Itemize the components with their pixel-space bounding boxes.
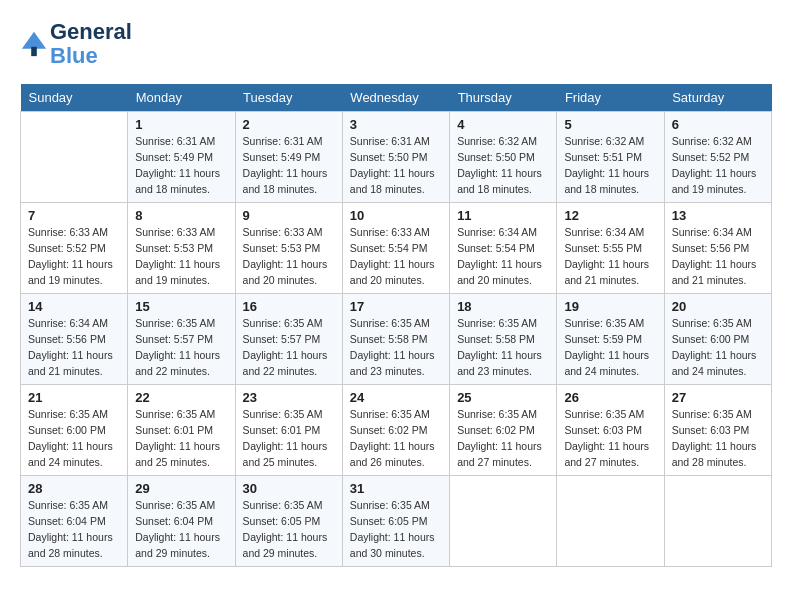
day-number: 2 bbox=[243, 117, 335, 132]
day-info: Sunrise: 6:32 AM Sunset: 5:50 PM Dayligh… bbox=[457, 134, 549, 197]
day-info: Sunrise: 6:35 AM Sunset: 5:57 PM Dayligh… bbox=[135, 316, 227, 379]
calendar-cell: 19Sunrise: 6:35 AM Sunset: 5:59 PM Dayli… bbox=[557, 294, 664, 385]
calendar-cell: 5Sunrise: 6:32 AM Sunset: 5:51 PM Daylig… bbox=[557, 112, 664, 203]
day-number: 11 bbox=[457, 208, 549, 223]
day-info: Sunrise: 6:32 AM Sunset: 5:51 PM Dayligh… bbox=[564, 134, 656, 197]
calendar-cell: 13Sunrise: 6:34 AM Sunset: 5:56 PM Dayli… bbox=[664, 203, 771, 294]
calendar-week-3: 14Sunrise: 6:34 AM Sunset: 5:56 PM Dayli… bbox=[21, 294, 772, 385]
calendar-cell: 30Sunrise: 6:35 AM Sunset: 6:05 PM Dayli… bbox=[235, 476, 342, 567]
page-header: General Blue bbox=[20, 20, 772, 68]
calendar-cell: 26Sunrise: 6:35 AM Sunset: 6:03 PM Dayli… bbox=[557, 385, 664, 476]
calendar-cell: 29Sunrise: 6:35 AM Sunset: 6:04 PM Dayli… bbox=[128, 476, 235, 567]
day-info: Sunrise: 6:35 AM Sunset: 6:03 PM Dayligh… bbox=[564, 407, 656, 470]
weekday-header-tuesday: Tuesday bbox=[235, 84, 342, 112]
calendar-cell: 21Sunrise: 6:35 AM Sunset: 6:00 PM Dayli… bbox=[21, 385, 128, 476]
day-number: 26 bbox=[564, 390, 656, 405]
calendar-cell bbox=[21, 112, 128, 203]
day-number: 30 bbox=[243, 481, 335, 496]
svg-marker-0 bbox=[22, 32, 46, 49]
day-info: Sunrise: 6:35 AM Sunset: 6:05 PM Dayligh… bbox=[350, 498, 442, 561]
day-info: Sunrise: 6:35 AM Sunset: 6:01 PM Dayligh… bbox=[135, 407, 227, 470]
day-number: 25 bbox=[457, 390, 549, 405]
calendar-cell: 9Sunrise: 6:33 AM Sunset: 5:53 PM Daylig… bbox=[235, 203, 342, 294]
day-info: Sunrise: 6:35 AM Sunset: 6:02 PM Dayligh… bbox=[457, 407, 549, 470]
calendar-body: 1Sunrise: 6:31 AM Sunset: 5:49 PM Daylig… bbox=[21, 112, 772, 567]
day-info: Sunrise: 6:33 AM Sunset: 5:53 PM Dayligh… bbox=[135, 225, 227, 288]
day-info: Sunrise: 6:31 AM Sunset: 5:50 PM Dayligh… bbox=[350, 134, 442, 197]
calendar-cell: 27Sunrise: 6:35 AM Sunset: 6:03 PM Dayli… bbox=[664, 385, 771, 476]
day-number: 19 bbox=[564, 299, 656, 314]
calendar-cell: 4Sunrise: 6:32 AM Sunset: 5:50 PM Daylig… bbox=[450, 112, 557, 203]
day-number: 10 bbox=[350, 208, 442, 223]
day-number: 5 bbox=[564, 117, 656, 132]
calendar-cell: 3Sunrise: 6:31 AM Sunset: 5:50 PM Daylig… bbox=[342, 112, 449, 203]
calendar-cell: 17Sunrise: 6:35 AM Sunset: 5:58 PM Dayli… bbox=[342, 294, 449, 385]
day-info: Sunrise: 6:34 AM Sunset: 5:55 PM Dayligh… bbox=[564, 225, 656, 288]
calendar-cell: 14Sunrise: 6:34 AM Sunset: 5:56 PM Dayli… bbox=[21, 294, 128, 385]
calendar-cell bbox=[557, 476, 664, 567]
weekday-header-thursday: Thursday bbox=[450, 84, 557, 112]
day-info: Sunrise: 6:35 AM Sunset: 6:02 PM Dayligh… bbox=[350, 407, 442, 470]
calendar-cell: 1Sunrise: 6:31 AM Sunset: 5:49 PM Daylig… bbox=[128, 112, 235, 203]
calendar-cell bbox=[450, 476, 557, 567]
day-info: Sunrise: 6:35 AM Sunset: 6:05 PM Dayligh… bbox=[243, 498, 335, 561]
day-info: Sunrise: 6:33 AM Sunset: 5:52 PM Dayligh… bbox=[28, 225, 120, 288]
day-number: 1 bbox=[135, 117, 227, 132]
day-info: Sunrise: 6:35 AM Sunset: 5:57 PM Dayligh… bbox=[243, 316, 335, 379]
day-number: 28 bbox=[28, 481, 120, 496]
calendar-cell: 15Sunrise: 6:35 AM Sunset: 5:57 PM Dayli… bbox=[128, 294, 235, 385]
day-info: Sunrise: 6:35 AM Sunset: 6:04 PM Dayligh… bbox=[28, 498, 120, 561]
logo: General Blue bbox=[20, 20, 132, 68]
day-info: Sunrise: 6:31 AM Sunset: 5:49 PM Dayligh… bbox=[243, 134, 335, 197]
day-info: Sunrise: 6:34 AM Sunset: 5:54 PM Dayligh… bbox=[457, 225, 549, 288]
day-number: 8 bbox=[135, 208, 227, 223]
day-number: 7 bbox=[28, 208, 120, 223]
day-number: 22 bbox=[135, 390, 227, 405]
day-info: Sunrise: 6:33 AM Sunset: 5:54 PM Dayligh… bbox=[350, 225, 442, 288]
calendar-cell: 16Sunrise: 6:35 AM Sunset: 5:57 PM Dayli… bbox=[235, 294, 342, 385]
weekday-header-monday: Monday bbox=[128, 84, 235, 112]
day-number: 29 bbox=[135, 481, 227, 496]
calendar-cell: 24Sunrise: 6:35 AM Sunset: 6:02 PM Dayli… bbox=[342, 385, 449, 476]
svg-rect-1 bbox=[31, 47, 37, 56]
weekday-header-row: SundayMondayTuesdayWednesdayThursdayFrid… bbox=[21, 84, 772, 112]
calendar-cell: 12Sunrise: 6:34 AM Sunset: 5:55 PM Dayli… bbox=[557, 203, 664, 294]
weekday-header-wednesday: Wednesday bbox=[342, 84, 449, 112]
day-number: 3 bbox=[350, 117, 442, 132]
day-number: 24 bbox=[350, 390, 442, 405]
weekday-header-sunday: Sunday bbox=[21, 84, 128, 112]
day-number: 16 bbox=[243, 299, 335, 314]
weekday-header-saturday: Saturday bbox=[664, 84, 771, 112]
calendar-week-1: 1Sunrise: 6:31 AM Sunset: 5:49 PM Daylig… bbox=[21, 112, 772, 203]
calendar-table: SundayMondayTuesdayWednesdayThursdayFrid… bbox=[20, 84, 772, 567]
calendar-week-5: 28Sunrise: 6:35 AM Sunset: 6:04 PM Dayli… bbox=[21, 476, 772, 567]
day-info: Sunrise: 6:35 AM Sunset: 5:58 PM Dayligh… bbox=[457, 316, 549, 379]
day-info: Sunrise: 6:35 AM Sunset: 6:01 PM Dayligh… bbox=[243, 407, 335, 470]
day-number: 17 bbox=[350, 299, 442, 314]
day-info: Sunrise: 6:34 AM Sunset: 5:56 PM Dayligh… bbox=[672, 225, 764, 288]
calendar-cell: 23Sunrise: 6:35 AM Sunset: 6:01 PM Dayli… bbox=[235, 385, 342, 476]
day-info: Sunrise: 6:35 AM Sunset: 5:59 PM Dayligh… bbox=[564, 316, 656, 379]
day-info: Sunrise: 6:35 AM Sunset: 5:58 PM Dayligh… bbox=[350, 316, 442, 379]
logo-icon bbox=[20, 30, 48, 58]
calendar-cell: 20Sunrise: 6:35 AM Sunset: 6:00 PM Dayli… bbox=[664, 294, 771, 385]
day-info: Sunrise: 6:31 AM Sunset: 5:49 PM Dayligh… bbox=[135, 134, 227, 197]
day-number: 27 bbox=[672, 390, 764, 405]
day-info: Sunrise: 6:32 AM Sunset: 5:52 PM Dayligh… bbox=[672, 134, 764, 197]
calendar-cell: 10Sunrise: 6:33 AM Sunset: 5:54 PM Dayli… bbox=[342, 203, 449, 294]
day-number: 18 bbox=[457, 299, 549, 314]
day-number: 6 bbox=[672, 117, 764, 132]
calendar-header: SundayMondayTuesdayWednesdayThursdayFrid… bbox=[21, 84, 772, 112]
day-number: 23 bbox=[243, 390, 335, 405]
day-number: 15 bbox=[135, 299, 227, 314]
calendar-cell: 11Sunrise: 6:34 AM Sunset: 5:54 PM Dayli… bbox=[450, 203, 557, 294]
day-number: 31 bbox=[350, 481, 442, 496]
day-info: Sunrise: 6:35 AM Sunset: 6:00 PM Dayligh… bbox=[672, 316, 764, 379]
calendar-cell: 28Sunrise: 6:35 AM Sunset: 6:04 PM Dayli… bbox=[21, 476, 128, 567]
day-info: Sunrise: 6:35 AM Sunset: 6:00 PM Dayligh… bbox=[28, 407, 120, 470]
calendar-cell bbox=[664, 476, 771, 567]
calendar-cell: 22Sunrise: 6:35 AM Sunset: 6:01 PM Dayli… bbox=[128, 385, 235, 476]
calendar-cell: 7Sunrise: 6:33 AM Sunset: 5:52 PM Daylig… bbox=[21, 203, 128, 294]
day-info: Sunrise: 6:33 AM Sunset: 5:53 PM Dayligh… bbox=[243, 225, 335, 288]
day-number: 12 bbox=[564, 208, 656, 223]
